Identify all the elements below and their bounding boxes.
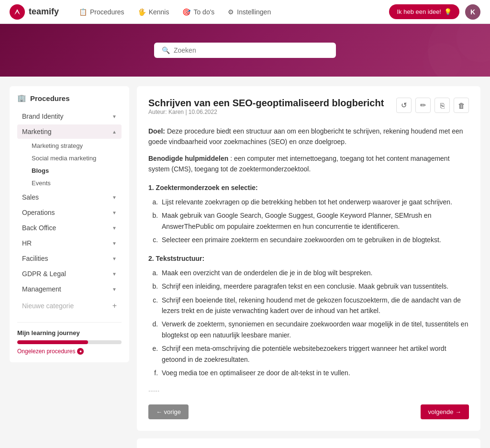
sidebar-sub-social-media[interactable]: Social media marketing: [27, 152, 122, 164]
nav-right: Ik heb een idee! 💡 K: [389, 4, 480, 20]
sidebar-item-marketing[interactable]: Marketing ▲: [17, 124, 122, 139]
copy-button[interactable]: ⎘: [434, 98, 450, 113]
avatar[interactable]: K: [465, 4, 480, 20]
nav-instellingen[interactable]: ⚙ Instellingen: [222, 5, 277, 19]
search-icon: 🔍: [162, 46, 170, 54]
nav-procedures[interactable]: 📋 Procedures: [73, 5, 130, 19]
list-item: Schrijf een boeiende titel, rekening hou…: [160, 295, 469, 316]
chevron-up-icon: ▲: [112, 129, 117, 134]
logo-text: teamify: [29, 7, 59, 17]
procedure-header: Schrijven van een SEO-geoptimaliseerd bl…: [148, 98, 469, 123]
edit-button[interactable]: ✏: [415, 98, 431, 113]
learning-journey: Mijn learning journey Ongelezen procedur…: [17, 322, 122, 355]
list-item: Maak een overzicht van de onderdelen die…: [160, 268, 469, 278]
list-item: Verwerk de zoekterm, synoniemen en secun…: [160, 319, 469, 340]
sidebar-item-sales[interactable]: Sales ▼: [17, 190, 122, 204]
sidebar-item-hr[interactable]: HR ▼: [17, 236, 122, 250]
sidebar-item-facilities[interactable]: Facilities ▼: [17, 251, 122, 266]
progress-bar-fill: [17, 340, 88, 344]
sidebar-item-brand-identity[interactable]: Brand Identity ▼: [17, 109, 122, 123]
hero-banner: 🔍: [0, 24, 490, 77]
procedures-sidebar-icon: 🏢: [17, 94, 26, 102]
chevron-down-icon: ▼: [112, 241, 117, 246]
list-item: Voeg media toe en optimaliseer ze door d…: [160, 368, 469, 378]
top-navigation: teamify 📋 Procedures 🖐 Kennis 🎯 To do's …: [0, 0, 490, 24]
logo-icon: [10, 4, 25, 20]
nav-menu: 📋 Procedures 🖐 Kennis 🎯 To do's ⚙ Instel…: [73, 5, 389, 19]
procedure-title: Schrijven van een SEO-geoptimaliseerd bl…: [148, 98, 384, 109]
sidebar: 🏢 Procedures Brand Identity ▼ Marketing …: [10, 86, 129, 362]
sidebar-item-management[interactable]: Management ▼: [17, 282, 122, 296]
search-bar: 🔍: [154, 43, 336, 58]
sidebar-item-gdpr[interactable]: GDPR & Legal ▼: [17, 267, 122, 281]
settings-icon: ⚙: [228, 8, 234, 16]
logo[interactable]: teamify: [10, 4, 59, 20]
procedures-icon: 📋: [79, 8, 87, 16]
chevron-down-icon: ▼: [112, 195, 117, 200]
list-item: Selecteer een primaire zoekterm en secun…: [160, 235, 469, 245]
sidebar-sub-events[interactable]: Events: [27, 177, 122, 189]
section-1-list: Lijst relevante zoekvragen op die betrek…: [148, 197, 469, 246]
nav-todos[interactable]: 🎯 To do's: [177, 5, 220, 19]
list-item: Maak gebruik van Google Search, Google S…: [160, 210, 469, 232]
procedure-actions: ↺ ✏ ⎘ 🗑: [396, 98, 469, 113]
history-button[interactable]: ↺: [396, 98, 412, 113]
next-button[interactable]: volgende →: [421, 404, 469, 419]
list-item: Lijst relevante zoekvragen op die betrek…: [160, 197, 469, 207]
svg-point-0: [10, 4, 25, 20]
progress-bar-background: [17, 340, 122, 344]
unread-procedures-link[interactable]: Ongelezen procedures ●: [17, 348, 122, 355]
procedure-card: Schrijven van een SEO-geoptimaliseerd bl…: [137, 86, 480, 431]
sidebar-item-operations[interactable]: Operations ▼: [17, 205, 122, 220]
hero-decoration: [346, 24, 490, 77]
new-category-button[interactable]: Nieuwe categorie +: [17, 298, 122, 314]
nav-kennis[interactable]: 🖐 Kennis: [132, 5, 175, 19]
bijlagen-card: Bijlagen Nieuw item + Naam Acties Zoekte…: [137, 438, 480, 448]
todos-icon: 🎯: [182, 8, 190, 16]
unread-badge: ●: [77, 348, 84, 355]
sidebar-sub-marketing-strategy[interactable]: Marketing strategy: [27, 140, 122, 152]
delete-button[interactable]: 🗑: [454, 98, 469, 113]
sidebar-title: 🏢 Procedures: [17, 94, 122, 102]
prev-button[interactable]: ← vorige: [148, 404, 189, 419]
list-item: Schrijf een inleiding, meerdere paragraf…: [160, 281, 469, 291]
idea-icon: 💡: [444, 8, 452, 15]
chevron-down-icon: ▼: [112, 287, 117, 292]
learning-journey-title: Mijn learning journey: [17, 329, 122, 336]
list-item: Schrijf een meta-omschrijving die potent…: [160, 343, 469, 365]
section-1-title: 1. Zoektermonderzoek en selectie:: [148, 182, 469, 193]
section-2-title: 2. Tekststructuur:: [148, 253, 469, 264]
more-indicator: ......: [148, 384, 469, 394]
procedure-footer: ← vorige volgende →: [148, 404, 469, 419]
chevron-down-icon: ▼: [112, 210, 117, 215]
plus-icon: +: [112, 302, 117, 310]
chevron-down-icon: ▼: [112, 256, 117, 261]
chevron-down-icon: ▼: [112, 271, 117, 277]
section-2-list: Maak een overzicht van de onderdelen die…: [148, 268, 469, 379]
sidebar-sub-blogs[interactable]: Blogs: [27, 165, 122, 177]
chevron-down-icon: ▼: [112, 114, 117, 119]
chevron-down-icon: ▼: [112, 225, 117, 231]
idea-button[interactable]: Ik heb een idee! 💡: [389, 4, 459, 19]
sidebar-item-back-office[interactable]: Back Office ▼: [17, 221, 122, 235]
procedure-meta: Auteur: Karen | 10.06.2022: [148, 109, 384, 115]
content-area: Schrijven van een SEO-geoptimaliseerd bl…: [137, 86, 480, 448]
sidebar-sub-marketing: Marketing strategy Social media marketin…: [17, 140, 122, 189]
kennis-icon: 🖐: [138, 8, 146, 16]
search-input[interactable]: [174, 46, 328, 54]
procedure-body: Doel: Deze procedure biedt een structuur…: [148, 126, 469, 395]
main-layout: 🏢 Procedures Brand Identity ▼ Marketing …: [0, 77, 490, 448]
